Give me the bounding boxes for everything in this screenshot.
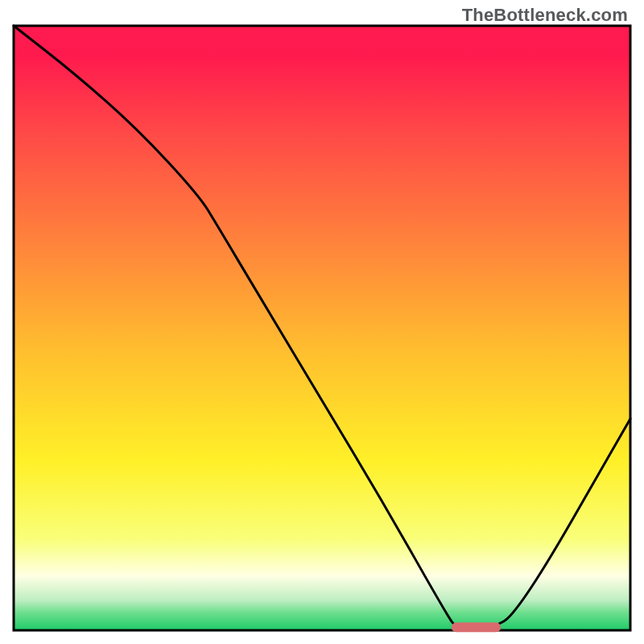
watermark-label: TheBottleneck.com	[462, 5, 628, 26]
bottleneck-chart	[0, 0, 644, 644]
chart-container: TheBottleneck.com	[0, 0, 644, 644]
optimal-range-marker	[452, 622, 501, 632]
gradient-background	[14, 26, 630, 630]
plot-area	[14, 26, 630, 632]
